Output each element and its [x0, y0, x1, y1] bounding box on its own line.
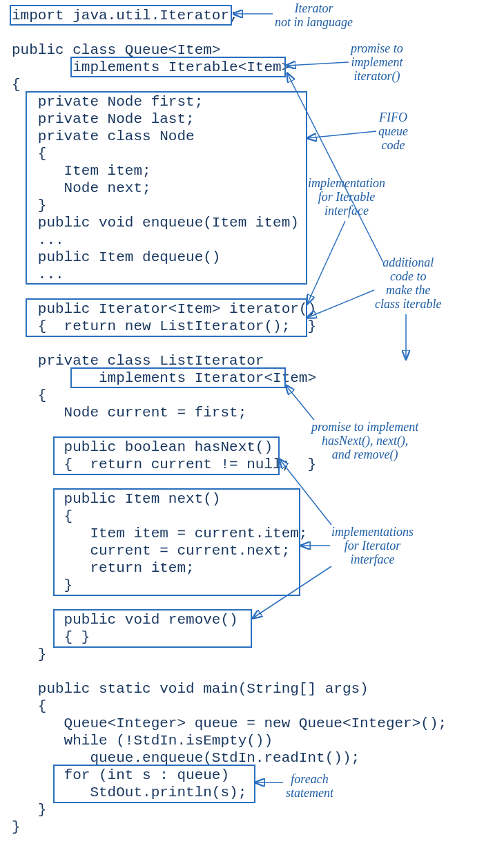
code-line: Item item; [12, 162, 151, 180]
code-line: ... [12, 266, 64, 283]
svg-line-2 [307, 131, 376, 138]
code-line: public void remove() [12, 611, 238, 628]
code-line: public void enqueue(Item item) [12, 214, 299, 231]
note-promise-hasnext: promise to implement hasNext(), next(), … [311, 420, 418, 461]
code-line: private Node last; [12, 111, 195, 128]
code-line: private Node first; [12, 93, 203, 111]
note-impl-iterable: implementation for Iterable interface [308, 176, 385, 218]
code-line: { [12, 698, 46, 715]
code-line: implements Iterable<Item> [12, 59, 290, 76]
code-line: public boolean hasNext() [12, 439, 273, 456]
svg-line-10 [253, 566, 331, 618]
note-iterator-not-in-language: Iterator not in language [275, 1, 353, 29]
svg-line-1 [287, 62, 349, 66]
code-line: public static void main(String[] args) [12, 680, 369, 698]
note-impl-iterator: implementations for Iterator interface [331, 525, 414, 566]
code-line: public Item dequeue() [12, 249, 220, 266]
code-line: Node current = first; [12, 404, 246, 421]
code-line: queue.enqueue(StdIn.readInt()); [12, 749, 360, 767]
code-line: { } [12, 628, 90, 646]
code-line: Item item = current.item; [12, 525, 307, 542]
code-line: } [12, 577, 72, 594]
code-line: { return current != null; } [12, 456, 316, 473]
code-line: ... [12, 231, 64, 249]
code-line: public Item next() [12, 490, 220, 508]
note-additional: additional code to make the class iterab… [375, 256, 442, 311]
code-line: } [12, 646, 46, 663]
code-line: { [12, 387, 46, 404]
code-line: Queue<Integer> queue = new Queue<Integer… [12, 715, 447, 732]
code-line: for (int s : queue) [12, 767, 229, 784]
code-line: public Iterator<Item> iterator() [12, 300, 316, 318]
svg-line-4 [287, 73, 383, 262]
code-line: implements Iterator<Item> [12, 369, 316, 387]
code-line: private class Node [12, 128, 195, 145]
code-line: return item; [12, 559, 195, 577]
code-line: } [12, 818, 21, 836]
code-line: private class ListIterator [12, 352, 264, 369]
code-line: { [12, 508, 72, 525]
code-line: { return new ListIterator(); } [12, 318, 316, 335]
code-line: StdOut.println(s); [12, 784, 246, 801]
note-fifo-queue: FIFO queue code [378, 111, 408, 152]
code-line: current = current.next; [12, 542, 290, 559]
svg-line-7 [286, 385, 314, 420]
svg-line-3 [307, 221, 345, 304]
code-line: while (!StdIn.isEmpty()) [12, 732, 273, 749]
code-line: { [12, 145, 46, 162]
code-line: Node next; [12, 180, 151, 197]
code-line: { [12, 76, 21, 93]
note-promise-iterator: promise to implement iterator() [351, 41, 403, 83]
code-line: } [12, 801, 46, 818]
page-root: import java.util.Iterator; public class … [0, 0, 504, 855]
code-line: public class Queue<Item> [12, 41, 220, 59]
code-line: import java.util.Iterator; [12, 7, 238, 24]
svg-line-5 [307, 290, 374, 318]
code-line: } [12, 197, 46, 214]
note-foreach: foreach statement [286, 772, 333, 800]
